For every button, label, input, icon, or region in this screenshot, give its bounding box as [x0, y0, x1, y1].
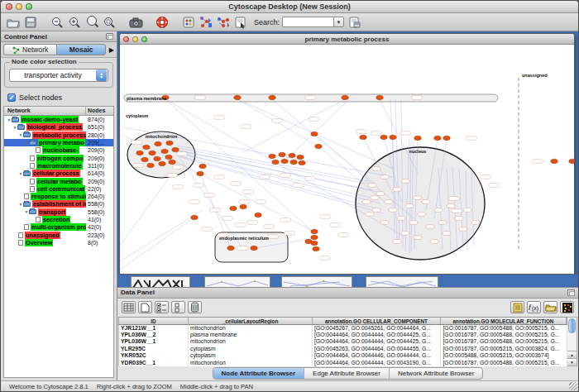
search-input[interactable]	[282, 17, 333, 27]
cell-function[interactable]: [GO:0016787, GO:0005488, GO:0005215, G..…	[441, 360, 567, 366]
cell-id[interactable]: YLR295C	[119, 346, 189, 352]
vizmapper-button[interactable]	[181, 15, 196, 30]
attribute-table-button[interactable]	[122, 301, 136, 313]
tree-row[interactable]: cell communicat22(0)	[4, 185, 113, 193]
cell-region[interactable]: cytoplasm	[189, 352, 313, 359]
network-window-titlebar[interactable]: primary metabolic process	[120, 34, 574, 45]
table-row[interactable]: YPL036W__1mitochondrion[GO:0044464, GO:0…	[118, 338, 567, 345]
formula-button[interactable]: f(x)	[527, 301, 541, 313]
cell-function[interactable]: [GO:0016787, GO:0005488, GO:0005215, G..…	[441, 325, 567, 332]
float-panel-button[interactable]	[106, 33, 113, 40]
table-scrollbar[interactable]: ▲ ▼	[567, 317, 577, 366]
resize-grip[interactable]	[569, 382, 577, 390]
tab-network-attribute-browser[interactable]: Network Attribute Browser	[390, 368, 482, 379]
cell-id[interactable]: YPL036W__1	[119, 338, 189, 345]
background-window[interactable]	[366, 276, 438, 287]
new-attribute-button[interactable]	[138, 301, 152, 313]
tree-row[interactable]: cellular metabo209(0)	[4, 177, 113, 184]
attribute-table-rows: YJR121W__1mitochondrion[GO:0045267, GO:0…	[118, 325, 567, 366]
tab-edge-attribute-browser[interactable]: Edge Attribute Browser	[304, 368, 390, 379]
table-row[interactable]: YDR039C__1mitochondrion[GO:0044464, GO:0…	[118, 360, 567, 366]
cell-id[interactable]: YKR052C	[119, 352, 189, 359]
tab-scroll-right-icon[interactable]: ▶	[109, 46, 114, 54]
cell-function[interactable]: [GO:0016787, GO:0005488, GO:0005215, G..…	[441, 338, 567, 345]
import-attributes-button[interactable]	[543, 301, 557, 313]
scrollbar-thumb[interactable]	[568, 318, 576, 333]
data-panel-float-button[interactable]	[567, 289, 575, 296]
help-button[interactable]	[155, 15, 170, 30]
scroll-up-icon[interactable]: ▲	[567, 351, 577, 358]
column-header-component[interactable]: annotation.GO CELLULAR_COMPONENT	[313, 318, 441, 324]
cell-component[interactable]: [GO:0044464, GO:0044444, GO:0044425, G..…	[313, 332, 441, 338]
cell-region[interactable]: mitochondrion	[189, 325, 313, 332]
save-session-button[interactable]	[23, 15, 38, 30]
layout-settings-button[interactable]	[216, 15, 231, 30]
table-row[interactable]: YJR121W__1mitochondrion[GO:0045267, GO:0…	[118, 325, 567, 332]
cell-component[interactable]: [GO:0044464, GO:0044446, GO:0044444, G..…	[313, 352, 441, 359]
unselect-attributes-button[interactable]	[171, 301, 185, 313]
layout-button[interactable]	[199, 15, 213, 30]
tree-row[interactable]: ▼cellular process614(0)	[4, 170, 113, 177]
cell-function[interactable]: [GO:0016787, GO:0005488, GO:0005215, G..…	[441, 332, 567, 338]
search-dropdown-button[interactable]: ▼	[333, 17, 344, 27]
background-window[interactable]	[204, 276, 270, 287]
cell-component[interactable]: [GO:0044464, GO:0044444, GO:0043190, G..…	[313, 360, 441, 366]
import-button[interactable]	[347, 15, 361, 30]
tab-network[interactable]: Network	[3, 44, 56, 55]
tab-mosaic[interactable]: Mosaic	[56, 44, 106, 55]
cell-region[interactable]: mitochondrion	[189, 338, 313, 345]
delete-attribute-button[interactable]	[188, 301, 202, 313]
select-nodes-checkbox[interactable]: ✓	[7, 93, 16, 102]
cell-id[interactable]: YDR039C__1	[119, 360, 189, 366]
tree-row[interactable]: secretion41(0)	[4, 216, 113, 223]
table-row[interactable]: YPL036W__2plasma membrane[GO:0044464, GO…	[118, 332, 567, 338]
tree-row[interactable]: ▼metabolic process280(0)	[4, 131, 113, 139]
nucleus-region[interactable]	[356, 147, 485, 260]
open-session-button[interactable]	[6, 15, 21, 30]
cell-function[interactable]: [GO:0016787, GO:0005215, GO:0003824, G..…	[441, 346, 567, 352]
notes-button[interactable]	[510, 301, 524, 313]
tab-node-attribute-browser[interactable]: Node Attribute Browser	[213, 368, 305, 379]
tree-row[interactable]: ▼biological_process651(0)	[4, 123, 113, 131]
cell-region[interactable]: plasma membrane	[189, 332, 313, 338]
cell-region[interactable]: mitochondrion	[189, 360, 313, 366]
tree-row[interactable]: ▼primary metabo209(...	[4, 139, 113, 146]
table-row[interactable]: YLR295Ccytoplasm[GO:0045263, GO:0044464,…	[118, 346, 567, 352]
tree-row[interactable]: ▼transport558(0)	[4, 208, 113, 216]
column-header-region[interactable]: _cellularLayoutRegion	[189, 318, 313, 324]
tree-row[interactable]: multi-organism pro42(0)	[4, 223, 113, 231]
background-window[interactable]	[281, 276, 352, 287]
tree-row[interactable]: nitrogen compo209(0)	[4, 154, 113, 161]
column-header-function[interactable]: annotation.GO MOLECULAR_FUNCTION	[441, 318, 567, 324]
network-view-window[interactable]: primary metabolic process	[119, 33, 575, 275]
matrix-button[interactable]	[560, 301, 574, 313]
scroll-down-icon[interactable]: ▼	[567, 358, 577, 366]
node-color-combo[interactable]: transporter activity ▲▼	[9, 69, 108, 82]
tree-row[interactable]: response to stimulu264(0)	[4, 193, 113, 200]
annotation-button[interactable]	[233, 15, 248, 30]
table-row[interactable]: YKR052Ccytoplasm[GO:0044464, GO:0044446,…	[118, 352, 567, 359]
tree-row[interactable]: Overview8(0)	[4, 239, 113, 246]
cell-component[interactable]: [GO:0044464, GO:0044444, GO:0044425, G..…	[313, 338, 441, 345]
zoom-out-button[interactable]	[50, 15, 65, 30]
network-canvas[interactable]: plasma membrane cytoplasm mitochondrion …	[120, 45, 574, 274]
tree-row[interactable]: macromolecule311(0)	[4, 162, 113, 170]
background-window[interactable]	[131, 276, 190, 287]
cell-region[interactable]: cytoplasm	[189, 346, 313, 352]
cell-component[interactable]: [GO:0045267, GO:0045261, GO:0044464, G..…	[313, 325, 441, 332]
select-attributes-button[interactable]	[155, 301, 169, 313]
zoom-selected-button[interactable]	[102, 15, 117, 30]
tree-row[interactable]: nucleobase-209(0)	[4, 146, 113, 154]
tree-row[interactable]: ▼mosaic-demo-yeast874(0)	[4, 116, 113, 123]
snapshot-button[interactable]	[128, 15, 143, 30]
window-titlebar[interactable]: Cytoscape Desktop (New Session)	[1, 1, 578, 13]
zoom-in-button[interactable]	[67, 15, 82, 30]
cell-id[interactable]: YPL036W__2	[119, 332, 189, 338]
zoom-fit-button[interactable]	[84, 15, 99, 30]
cell-function[interactable]: [GO:0005488, GO:0005215, GO:0003674]	[441, 352, 567, 359]
cell-component[interactable]: [GO:0045263, GO:0044464, GO:0044455, G..…	[313, 346, 441, 352]
tree-row[interactable]: ▼establishment of lo558(0)	[4, 200, 113, 208]
cell-id[interactable]: YJR121W__1	[119, 325, 189, 332]
column-header-id[interactable]: ID	[119, 318, 189, 324]
tree-row[interactable]: unassigned223(0)	[4, 231, 113, 238]
